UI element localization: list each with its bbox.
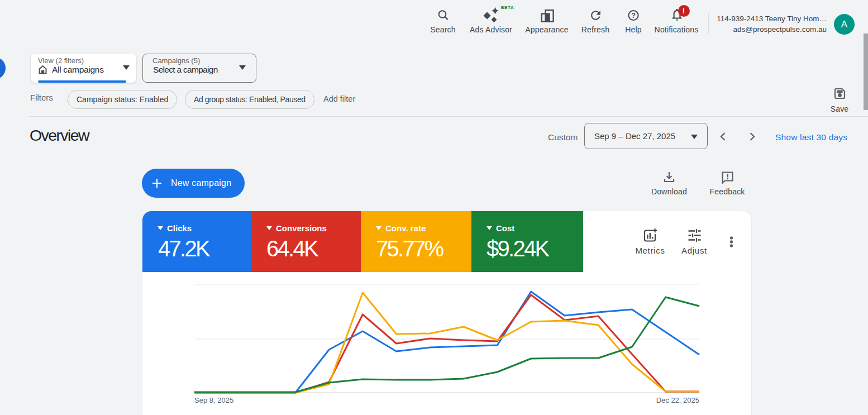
svg-text:?: ? (631, 12, 636, 20)
